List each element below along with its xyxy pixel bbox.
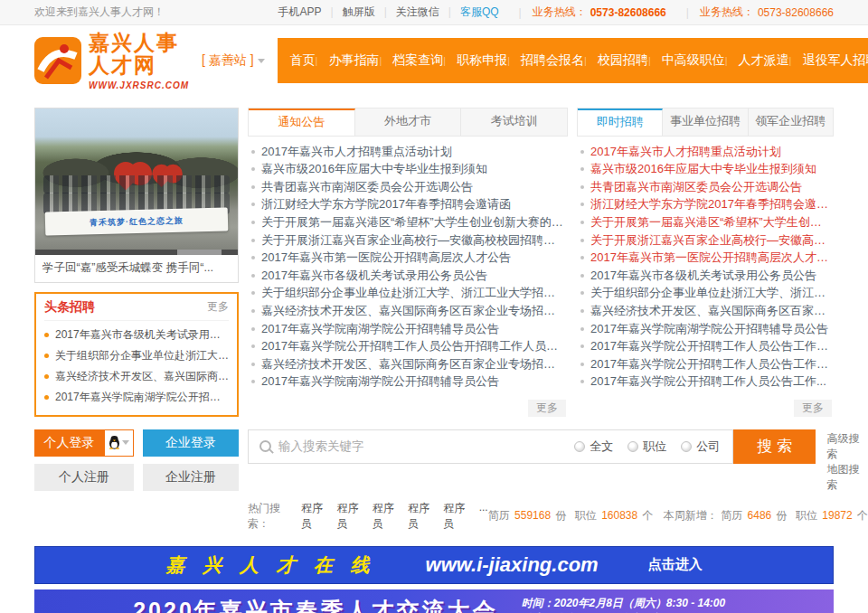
chevron-down-icon (258, 59, 265, 63)
advanced-search-link[interactable]: 高级搜索 (826, 431, 868, 462)
nav-link[interactable]: 首页 (290, 52, 316, 69)
header: 嘉兴人事人才网 WWW.JXRSRC.COM [ 嘉善站 ] 首页办事指南档案查… (0, 25, 868, 97)
job-item[interactable]: 2017年嘉兴学院公开招聘工作人员公告工作人员... (579, 337, 832, 355)
personal-register-button[interactable]: 个人注册 (34, 464, 134, 491)
notice-item[interactable]: 嘉兴市级2016年应届大中专毕业生报到须知 (250, 160, 566, 178)
notice-item[interactable]: 关于组织部分企事业单位赴浙江大学、浙江工业大学招聘人才的... (250, 284, 566, 302)
resume-count: 559168 (514, 509, 551, 522)
logo-icon (34, 37, 81, 84)
tab-outside-market[interactable]: 外地才市 (355, 108, 462, 136)
topbar-link[interactable]: 关注微信 (375, 5, 439, 20)
job-item[interactable]: 2017年嘉兴学院南湖学院公开招聘辅导员公告 (579, 320, 832, 338)
notice-item[interactable]: 2017年嘉兴学院南湖学院公开招聘辅导员公告 (250, 373, 566, 391)
job-item[interactable]: 2017年嘉兴学院公开招聘工作人员公告工作人员... (579, 355, 832, 373)
headline-item[interactable]: 2017年嘉兴市各级机关考试录用公务... (44, 325, 229, 345)
job-item[interactable]: 2017年嘉兴学院公开招聘工作人员公告工作... (579, 373, 832, 391)
jiaxing-talent-online-banner[interactable]: 嘉 兴 人 才 在 线 www.i-jiaxing.com 点击进入 (34, 546, 834, 584)
notice-item[interactable]: 浙江财经大学东方学院2017年春季招聘会邀请函 (250, 195, 566, 213)
headline-more-link[interactable]: 更多 (207, 299, 229, 315)
topbar-link[interactable]: 触屏版 (322, 5, 375, 20)
banner2-title: 2020年嘉兴市春季人才交流大会 (133, 596, 498, 613)
nav-link[interactable]: 档案查询 (379, 52, 443, 69)
station-selector[interactable]: [ 嘉善站 ] (202, 52, 265, 69)
job-item[interactable]: 2017年嘉兴市第一医院公开招聘高层次人才公告 (579, 249, 832, 267)
carousel-photo[interactable]: 青禾筑梦·红色之恋之旅 (35, 108, 238, 250)
headline-item[interactable]: 嘉兴经济技术开发区、嘉兴国际商务... (44, 366, 229, 387)
tab-notice[interactable]: 通知公告 (249, 108, 355, 136)
hot-term[interactable]: ... (479, 501, 488, 532)
map-search-link[interactable]: 地图搜索 (826, 462, 868, 493)
job-item[interactable]: 2017年嘉兴市人才招聘重点活动计划 (579, 143, 832, 161)
notice-item[interactable]: 关于开展第一届嘉兴港区“希望杯”大学生创业创新大赛的通知 (250, 213, 566, 231)
tab-instant-jobs[interactable]: 即时招聘 (578, 108, 663, 136)
search-input[interactable] (278, 439, 574, 453)
nav-link[interactable]: 办事指南 (316, 52, 380, 69)
hotline-number: 0573-82608666 (758, 6, 834, 19)
jobs-more-link[interactable]: 更多 (794, 400, 832, 417)
personal-login-button[interactable]: 个人登录 (34, 429, 134, 457)
radio-fulltext[interactable]: 全文 (574, 439, 613, 455)
job-item[interactable]: 2017年嘉兴市各级机关考试录用公务员公告 (579, 267, 832, 285)
carousel-caption[interactable]: 学子回“嘉”感受禾城蝶变 携手同“... (35, 255, 238, 282)
separator: | (519, 6, 522, 19)
hot-term[interactable]: 程序员 (408, 501, 437, 532)
headline-recruit-box: 头条招聘 更多 2017年嘉兴市各级机关考试录用公务...关于组织部分企事业单位… (34, 292, 239, 417)
job-item[interactable]: 浙江财经大学东方学院2017年春季招聘会邀请函 (579, 195, 832, 213)
topbar: 欢迎来到嘉兴人事人才网！ 手机APP触屏版关注微信客服QQ | 业务热线： 05… (0, 0, 868, 25)
banner1-url: www.i-jiaxing.com (426, 553, 599, 577)
notice-item[interactable]: 嘉兴经济技术开发区、嘉兴国际商务区百家企业专场招聘会公告 (250, 302, 566, 320)
photo-people-row (43, 175, 230, 193)
tab-exam-training[interactable]: 考试培训 (461, 108, 567, 136)
chevron-down-icon (122, 440, 129, 445)
search-button[interactable]: 搜索 (733, 429, 816, 464)
topbar-link[interactable]: 手机APP (278, 5, 322, 20)
qq-login-dropdown[interactable] (104, 429, 134, 457)
radio-company[interactable]: 公司 (681, 439, 720, 455)
carousel-scrollbar[interactable] (35, 250, 238, 255)
job-item[interactable]: 关于开展第一届嘉兴港区“希望杯”大学生创业创... (579, 213, 832, 231)
carousel-scrollbar-handle[interactable] (177, 250, 222, 255)
notice-item[interactable]: 嘉兴经济技术开发区、嘉兴国际商务区百家企业专场招聘会公告 (250, 355, 566, 373)
nav-link[interactable]: 中高级职位 (648, 52, 725, 69)
notice-item[interactable]: 2017年嘉兴市各级机关考试录用公务员公告 (250, 267, 566, 285)
nav-link[interactable]: 招聘会报名 (507, 52, 584, 69)
tab-public-institution[interactable]: 事业单位招聘 (663, 108, 748, 136)
topbar-link[interactable]: 客服QQ (439, 5, 499, 20)
tab-leading-company[interactable]: 领军企业招聘 (749, 108, 833, 136)
banner1-cta: 点击进入 (648, 556, 703, 573)
notice-item[interactable]: 关于开展浙江嘉兴百家企业高校行—安徽高校校园招聘活动的通... (250, 231, 566, 250)
photo-banner: 青禾筑梦·红色之恋之旅 (45, 207, 228, 235)
radio-position[interactable]: 职位 (627, 439, 666, 455)
qq-icon (108, 436, 120, 449)
nav-link[interactable]: 退役军人招聘 (789, 52, 868, 69)
hot-term[interactable]: 程序员 (301, 501, 330, 532)
company-login-button[interactable]: 企业登录 (143, 429, 239, 457)
headline-item[interactable]: 关于组织部分企事业单位赴浙江大学... (44, 345, 229, 366)
notice-item[interactable]: 2017年嘉兴学院公开招聘工作人员公告开招聘工作人员公告开... (250, 337, 566, 355)
nav-link[interactable]: 人才派遣 (725, 52, 789, 69)
hot-term[interactable]: 程序员 (373, 501, 401, 532)
notice-item[interactable]: 2017年嘉兴学院南湖学院公开招聘辅导员公告 (250, 320, 566, 338)
hot-term[interactable]: 程序员 (443, 501, 472, 532)
notice-tabs: 通知公告 外地才市 考试培训 (248, 108, 568, 137)
site-logo[interactable]: 嘉兴人事人才网 WWW.JXRSRC.COM (34, 32, 189, 90)
site-name: 嘉兴人事人才网 (89, 32, 189, 78)
nav-link[interactable]: 校园招聘 (584, 52, 648, 69)
notice-item[interactable]: 2017年嘉兴市第一医院公开招聘高层次人才公告 (250, 249, 566, 267)
company-register-button[interactable]: 企业注册 (143, 464, 239, 491)
job-item[interactable]: 嘉兴市级2016年应届大中专毕业生报到须知 (579, 160, 832, 178)
notice-item[interactable]: 2017年嘉兴市人才招聘重点活动计划 (250, 143, 566, 161)
job-item[interactable]: 嘉兴经济技术开发区、嘉兴国际商务区百家企业专... (579, 302, 832, 320)
headline-item[interactable]: 2017年嘉兴学院南湖学院公开招聘辅... (44, 387, 229, 408)
search-box: 全文 职位 公司 (248, 429, 733, 464)
welcome-text: 欢迎来到嘉兴人事人才网！ (34, 5, 165, 20)
spring-job-fair-banner[interactable]: 2020年嘉兴市春季人才交流大会 时间：2020年2月8日（周六）8:30 - … (34, 589, 834, 613)
notice-more-link[interactable]: 更多 (528, 400, 566, 417)
job-item[interactable]: 共青团嘉兴市南湖区委员会公开选调公告 (579, 178, 832, 196)
main-nav: 首页办事指南档案查询职称申报招聘会报名校园招聘中高级职位人才派遣退役军人招聘 (278, 38, 868, 83)
notice-item[interactable]: 共青团嘉兴市南湖区委员会公开选调公告 (250, 178, 566, 196)
job-item[interactable]: 关于开展浙江嘉兴百家企业高校行—安徽高校校园... (579, 231, 832, 250)
hot-term[interactable]: 程序员 (336, 501, 365, 532)
nav-link[interactable]: 职称申报 (443, 52, 507, 69)
job-item[interactable]: 关于组织部分企事业单位赴浙江大学、浙江工业大... (579, 284, 832, 302)
